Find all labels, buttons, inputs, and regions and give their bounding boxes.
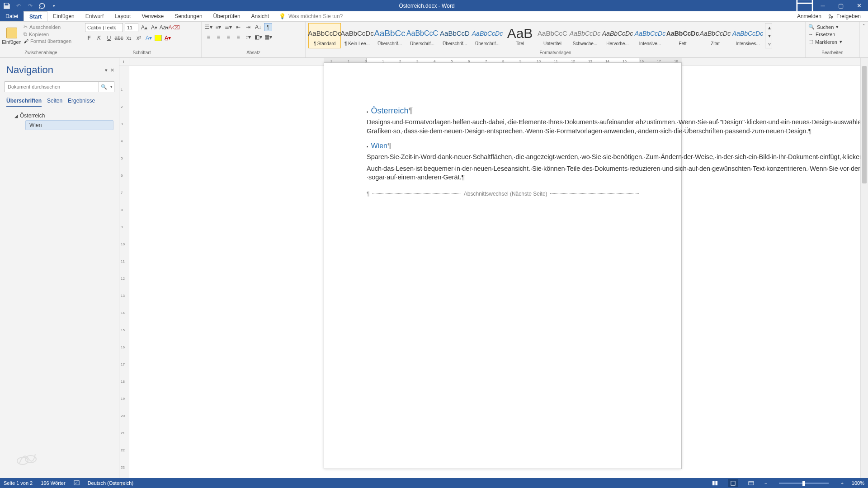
view-web-icon[interactable] bbox=[746, 479, 756, 487]
status-language[interactable]: Deutsch (Österreich) bbox=[88, 480, 133, 486]
view-print-icon[interactable] bbox=[728, 479, 738, 487]
show-marks-icon[interactable]: ¶ bbox=[264, 23, 272, 31]
clear-format-icon[interactable]: A⌫ bbox=[170, 23, 178, 32]
font-name-combo[interactable]: Calibri (Textk bbox=[85, 23, 123, 32]
tab-file[interactable]: Datei bbox=[0, 11, 24, 21]
text-effects-icon[interactable]: A▾ bbox=[145, 34, 153, 42]
align-center-icon[interactable]: ≡ bbox=[214, 33, 222, 41]
italic-icon[interactable]: K bbox=[95, 34, 103, 42]
style-item[interactable]: AaBTitel bbox=[504, 23, 536, 48]
replace-button[interactable]: ↔ Ersetzen bbox=[808, 32, 842, 37]
shrink-font-icon[interactable]: A▾ bbox=[150, 23, 158, 32]
save-icon[interactable] bbox=[3, 2, 11, 10]
signin-link[interactable]: Anmelden bbox=[797, 13, 821, 19]
find-button[interactable]: 🔍 Suchen ▾ bbox=[808, 24, 842, 30]
navtab-headings[interactable]: Überschriften bbox=[6, 98, 42, 107]
style-item[interactable]: AaBbCcDcIntensive... bbox=[634, 23, 666, 48]
bullets-icon[interactable]: ☰▾ bbox=[204, 23, 212, 31]
style-item[interactable]: AaBbCcDcFett bbox=[666, 23, 699, 48]
scrollbar-thumb[interactable] bbox=[862, 66, 867, 183]
style-item[interactable]: AaBbCcCÜberschrif... bbox=[406, 23, 439, 48]
bold-icon[interactable]: F bbox=[85, 34, 93, 42]
font-color-icon[interactable]: A̲▾ bbox=[164, 34, 172, 42]
style-item[interactable]: AaBbCcDcHervorhe... bbox=[601, 23, 634, 48]
redo-icon[interactable]: ↷ bbox=[26, 2, 34, 10]
style-item[interactable]: AaBbCcDc¶ Kein Lee... bbox=[341, 23, 373, 48]
document-page[interactable]: Österreich¶ Designs·und·Formatvorlagen·h… bbox=[324, 62, 682, 469]
tree-node-root[interactable]: ◢Österreich bbox=[10, 111, 113, 120]
view-read-icon[interactable] bbox=[710, 479, 720, 487]
close-icon[interactable]: ✕ bbox=[850, 0, 868, 11]
tab-mailings[interactable]: Sendungen bbox=[169, 11, 208, 21]
zoom-in-icon[interactable]: + bbox=[840, 480, 843, 486]
status-proofing-icon[interactable] bbox=[74, 480, 80, 487]
change-case-icon[interactable]: Aa▾ bbox=[160, 23, 168, 32]
line-spacing-icon[interactable]: ↕▾ bbox=[244, 33, 252, 41]
borders-icon[interactable]: ▦▾ bbox=[264, 33, 272, 41]
style-item[interactable]: AaBbCcCUntertitel bbox=[536, 23, 569, 48]
tab-view[interactable]: Ansicht bbox=[246, 11, 274, 21]
nav-dropdown-icon[interactable]: ▾ bbox=[105, 67, 108, 73]
align-left-icon[interactable]: ≡ bbox=[204, 33, 212, 41]
tab-design[interactable]: Entwurf bbox=[80, 11, 109, 21]
paste-button[interactable]: Einfügen bbox=[3, 23, 21, 49]
style-item[interactable]: AaBbCcDcZitat bbox=[699, 23, 731, 48]
style-item[interactable]: AaBbCcDc¶ Standard bbox=[308, 23, 341, 48]
share-button[interactable]: Freigeben bbox=[828, 13, 861, 19]
status-page[interactable]: Seite 1 von 2 bbox=[4, 480, 33, 486]
font-size-combo[interactable]: 11 bbox=[125, 23, 138, 32]
styles-more-icon[interactable]: ▿ bbox=[765, 40, 774, 48]
search-icon[interactable]: 🔍 bbox=[101, 84, 107, 90]
style-item[interactable]: AaBbCcDcÜberschrif... bbox=[471, 23, 504, 48]
undo-icon[interactable]: ↶ bbox=[14, 2, 23, 10]
tab-start[interactable]: Start bbox=[24, 11, 47, 21]
ruler-corner[interactable]: L bbox=[119, 58, 129, 66]
tab-insert[interactable]: Einfügen bbox=[47, 11, 80, 21]
style-gallery[interactable]: AaBbCcDc¶ StandardAaBbCcDc¶ Kein Lee...A… bbox=[308, 23, 764, 48]
minimize-icon[interactable]: ─ bbox=[814, 0, 832, 11]
style-gallery-scroll[interactable]: ▴ ▾ ▿ bbox=[765, 23, 772, 48]
refresh-icon[interactable] bbox=[38, 2, 46, 10]
zoom-out-icon[interactable]: − bbox=[764, 480, 767, 486]
style-item[interactable]: AaBbCcÜberschrif... bbox=[373, 23, 406, 48]
styles-down-icon[interactable]: ▾ bbox=[765, 32, 774, 40]
strike-icon[interactable]: abc bbox=[115, 34, 123, 42]
increase-indent-icon[interactable]: ⇥ bbox=[244, 23, 252, 31]
superscript-icon[interactable]: x² bbox=[135, 34, 143, 42]
vertical-ruler[interactable]: /*grads added below*/ 123456789101112131… bbox=[119, 66, 129, 478]
numbering-icon[interactable]: ≡▾ bbox=[214, 23, 222, 31]
tree-node-child[interactable]: Wien bbox=[25, 120, 113, 130]
search-dropdown-icon[interactable]: ▾ bbox=[110, 84, 113, 89]
subscript-icon[interactable]: x₂ bbox=[125, 34, 133, 42]
nav-search-input[interactable] bbox=[5, 81, 99, 92]
style-item[interactable]: AaBbCcDÜberschrif... bbox=[439, 23, 471, 48]
tab-layout[interactable]: Layout bbox=[109, 11, 136, 21]
maximize-icon[interactable]: ▢ bbox=[832, 0, 850, 11]
select-button[interactable]: ⬚ Markieren ▾ bbox=[808, 39, 842, 45]
underline-icon[interactable]: U bbox=[105, 34, 113, 42]
navtab-results[interactable]: Ergebnisse bbox=[68, 98, 95, 107]
status-words[interactable]: 166 Wörter bbox=[41, 480, 65, 486]
vertical-scrollbar[interactable] bbox=[860, 58, 868, 478]
format-painter-button[interactable]: 🖌 Format übertragen bbox=[24, 38, 71, 44]
zoom-level[interactable]: 100% bbox=[852, 480, 864, 486]
collapse-arrow-icon[interactable]: ◢ bbox=[14, 113, 18, 118]
zoom-slider[interactable] bbox=[779, 483, 829, 484]
grow-font-icon[interactable]: A▴ bbox=[140, 23, 148, 32]
nav-close-icon[interactable]: ✕ bbox=[110, 67, 114, 73]
style-item[interactable]: AaBbCcDcSchwache... bbox=[569, 23, 601, 48]
zoom-slider-thumb[interactable] bbox=[802, 481, 805, 486]
decrease-indent-icon[interactable]: ⇤ bbox=[234, 23, 242, 31]
highlight-icon[interactable] bbox=[155, 35, 162, 41]
collapse-ribbon-icon[interactable]: ˄ bbox=[860, 22, 868, 57]
navtab-pages[interactable]: Seiten bbox=[47, 98, 62, 107]
styles-up-icon[interactable]: ▴ bbox=[765, 23, 774, 32]
shading-icon[interactable]: ◧▾ bbox=[254, 33, 262, 41]
sort-icon[interactable]: A↓ bbox=[254, 23, 262, 31]
align-right-icon[interactable]: ≡ bbox=[224, 33, 232, 41]
tell-me-search[interactable]: 💡 Was möchten Sie tun? bbox=[274, 11, 343, 21]
multilevel-icon[interactable]: ≣▾ bbox=[224, 23, 232, 31]
style-item[interactable]: AaBbCcDcIntensives... bbox=[731, 23, 764, 48]
justify-icon[interactable]: ≡ bbox=[234, 33, 242, 41]
tab-references[interactable]: Verweise bbox=[136, 11, 169, 21]
